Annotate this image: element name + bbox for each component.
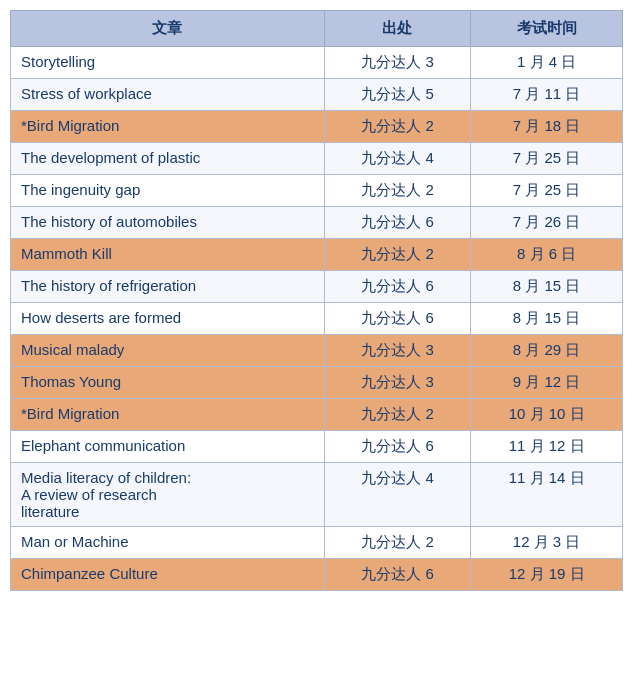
date-cell: 7 月 18 日 (471, 111, 623, 143)
date-cell: 1 月 4 日 (471, 47, 623, 79)
col-header-source: 出处 (324, 11, 470, 47)
article-cell: How deserts are formed (11, 303, 325, 335)
article-cell: Stress of workplace (11, 79, 325, 111)
article-cell: *Bird Migration (11, 111, 325, 143)
source-cell: 九分达人 6 (324, 207, 470, 239)
article-cell: The development of plastic (11, 143, 325, 175)
source-cell: 九分达人 6 (324, 271, 470, 303)
date-cell: 8 月 29 日 (471, 335, 623, 367)
source-cell: 九分达人 3 (324, 47, 470, 79)
article-cell: Musical malady (11, 335, 325, 367)
table-row: The ingenuity gap九分达人 27 月 25 日 (11, 175, 623, 207)
date-cell: 7 月 26 日 (471, 207, 623, 239)
source-cell: 九分达人 2 (324, 175, 470, 207)
main-table: 文章 出处 考试时间 Storytelling九分达人 31 月 4 日Stre… (10, 10, 623, 591)
date-cell: 11 月 14 日 (471, 463, 623, 527)
table-row: Storytelling九分达人 31 月 4 日 (11, 47, 623, 79)
date-cell: 8 月 15 日 (471, 303, 623, 335)
table-row: Stress of workplace九分达人 57 月 11 日 (11, 79, 623, 111)
article-cell: Man or Machine (11, 527, 325, 559)
article-cell: Storytelling (11, 47, 325, 79)
date-cell: 7 月 25 日 (471, 143, 623, 175)
source-cell: 九分达人 6 (324, 303, 470, 335)
table-row: *Bird Migration九分达人 210 月 10 日 (11, 399, 623, 431)
table-row: Elephant communication九分达人 611 月 12 日 (11, 431, 623, 463)
article-cell: Elephant communication (11, 431, 325, 463)
source-cell: 九分达人 4 (324, 143, 470, 175)
table-row: Media literacy of children:A review of r… (11, 463, 623, 527)
date-cell: 8 月 6 日 (471, 239, 623, 271)
date-cell: 12 月 3 日 (471, 527, 623, 559)
table-row: The history of automobiles九分达人 67 月 26 日 (11, 207, 623, 239)
source-cell: 九分达人 2 (324, 111, 470, 143)
col-header-date: 考试时间 (471, 11, 623, 47)
table-row: How deserts are formed九分达人 68 月 15 日 (11, 303, 623, 335)
table-row: Mammoth Kill九分达人 28 月 6 日 (11, 239, 623, 271)
source-cell: 九分达人 2 (324, 527, 470, 559)
article-cell: The history of automobiles (11, 207, 325, 239)
article-cell: *Bird Migration (11, 399, 325, 431)
source-cell: 九分达人 3 (324, 367, 470, 399)
source-cell: 九分达人 6 (324, 431, 470, 463)
article-cell: Media literacy of children:A review of r… (11, 463, 325, 527)
article-cell: The ingenuity gap (11, 175, 325, 207)
source-cell: 九分达人 6 (324, 559, 470, 591)
source-cell: 九分达人 3 (324, 335, 470, 367)
date-cell: 7 月 11 日 (471, 79, 623, 111)
col-header-article: 文章 (11, 11, 325, 47)
source-cell: 九分达人 2 (324, 399, 470, 431)
date-cell: 9 月 12 日 (471, 367, 623, 399)
table-row: Musical malady九分达人 38 月 29 日 (11, 335, 623, 367)
source-cell: 九分达人 2 (324, 239, 470, 271)
date-cell: 12 月 19 日 (471, 559, 623, 591)
table-row: Chimpanzee Culture九分达人 612 月 19 日 (11, 559, 623, 591)
article-cell: Thomas Young (11, 367, 325, 399)
source-cell: 九分达人 4 (324, 463, 470, 527)
table-row: The history of refrigeration九分达人 68 月 15… (11, 271, 623, 303)
table-row: *Bird Migration九分达人 27 月 18 日 (11, 111, 623, 143)
article-cell: The history of refrigeration (11, 271, 325, 303)
table-row: Thomas Young九分达人 39 月 12 日 (11, 367, 623, 399)
date-cell: 11 月 12 日 (471, 431, 623, 463)
article-cell: Chimpanzee Culture (11, 559, 325, 591)
table-header-row: 文章 出处 考试时间 (11, 11, 623, 47)
table-row: The development of plastic九分达人 47 月 25 日 (11, 143, 623, 175)
source-cell: 九分达人 5 (324, 79, 470, 111)
date-cell: 8 月 15 日 (471, 271, 623, 303)
article-cell: Mammoth Kill (11, 239, 325, 271)
date-cell: 10 月 10 日 (471, 399, 623, 431)
table-row: Man or Machine九分达人 212 月 3 日 (11, 527, 623, 559)
date-cell: 7 月 25 日 (471, 175, 623, 207)
